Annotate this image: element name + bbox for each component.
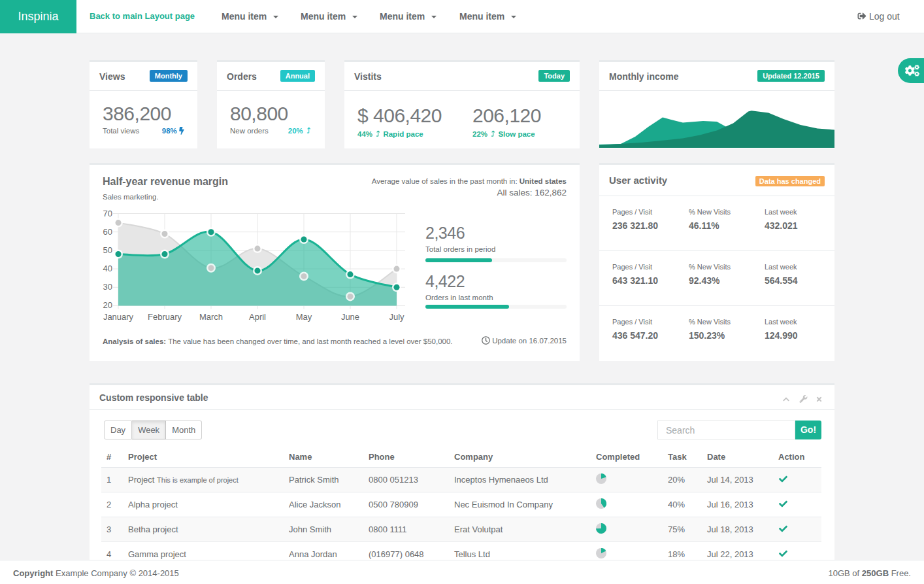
svg-text:June: June: [341, 312, 359, 322]
svg-text:July: July: [389, 312, 404, 322]
svg-text:April: April: [249, 312, 266, 322]
svg-text:50: 50: [103, 245, 112, 255]
svg-text:30: 30: [103, 282, 112, 292]
svg-text:20: 20: [103, 300, 112, 310]
svg-text:February: February: [148, 312, 182, 322]
svg-text:May: May: [296, 312, 312, 322]
svg-text:March: March: [199, 312, 223, 322]
svg-text:January: January: [103, 312, 134, 322]
svg-text:60: 60: [103, 227, 112, 237]
svg-text:40: 40: [103, 264, 112, 273]
svg-text:70: 70: [103, 209, 112, 218]
